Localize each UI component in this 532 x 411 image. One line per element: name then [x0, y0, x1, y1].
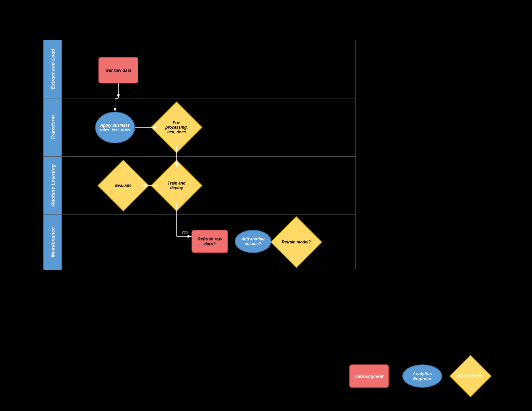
- lane-transform: Transform Apply business rules, test, do…: [44, 98, 355, 157]
- node-add-column: Add another column?: [235, 230, 271, 253]
- lane-maintenance-label: Maintenance: [50, 227, 56, 257]
- legend-analytics-engineer: Analytics Engineer: [402, 364, 442, 388]
- legend-diamond-data-scientist: Data Scientist: [449, 355, 491, 397]
- legend-rect-data-engineer: Data Engineer: [349, 364, 389, 388]
- lane-transform-label: Transform: [50, 115, 56, 140]
- node-get-raw-data: Get raw data: [98, 57, 138, 83]
- lane-transform-content: Apply business rules, test, docs Pre-pro…: [62, 98, 355, 156]
- legend-data-engineer: Data Engineer: [349, 364, 389, 388]
- lane-transform-label-col: Transform: [44, 98, 62, 156]
- node-refresh-raw: Refresh raw data?: [192, 230, 228, 253]
- lane-maintenance: Maintenance Refresh raw data? Add anothe…: [44, 215, 355, 270]
- node-train-deploy: Train and deploy: [151, 160, 202, 211]
- lane-maintenance-content: Refresh raw data? Add another column? Re…: [62, 215, 355, 270]
- lane-extract: Extract and Load Get raw data: [44, 40, 355, 98]
- node-evaluate: Evaluate: [97, 160, 149, 211]
- node-preprocessing: Pre-processing, test, docs: [151, 101, 202, 153]
- legend-ellipse-analytics-engineer: Analytics Engineer: [402, 364, 442, 388]
- legend-label-analytics-engineer: Analytics Engineer: [403, 371, 442, 381]
- legend-label-data-scientist: Data Scientist: [457, 374, 483, 378]
- node-retrain: Retrain model?: [270, 216, 322, 268]
- lane-extract-label: Extract and Load: [50, 49, 56, 89]
- diagram-container: Extract and Load Get raw data Transform …: [43, 40, 356, 269]
- legend-label-data-engineer: Data Engineer: [354, 374, 383, 379]
- node-apply-business: Apply business rules, test, docs: [95, 112, 135, 143]
- lane-extract-label-col: Extract and Load: [44, 40, 62, 98]
- lane-extract-content: Get raw data: [62, 40, 355, 98]
- legend-data-scientist: Data Scientist: [456, 361, 485, 391]
- lane-maintenance-label-col: Maintenance: [44, 215, 62, 270]
- lane-ml-content: Train and deploy Evaluate: [62, 157, 355, 214]
- lane-ml: Machine Learning Train and deploy Evalua…: [44, 157, 355, 215]
- lane-ml-label: Machine Learning: [50, 164, 56, 207]
- lane-ml-label-col: Machine Learning: [44, 157, 62, 214]
- legend: Data Engineer Analytics Engineer Data Sc…: [349, 361, 485, 391]
